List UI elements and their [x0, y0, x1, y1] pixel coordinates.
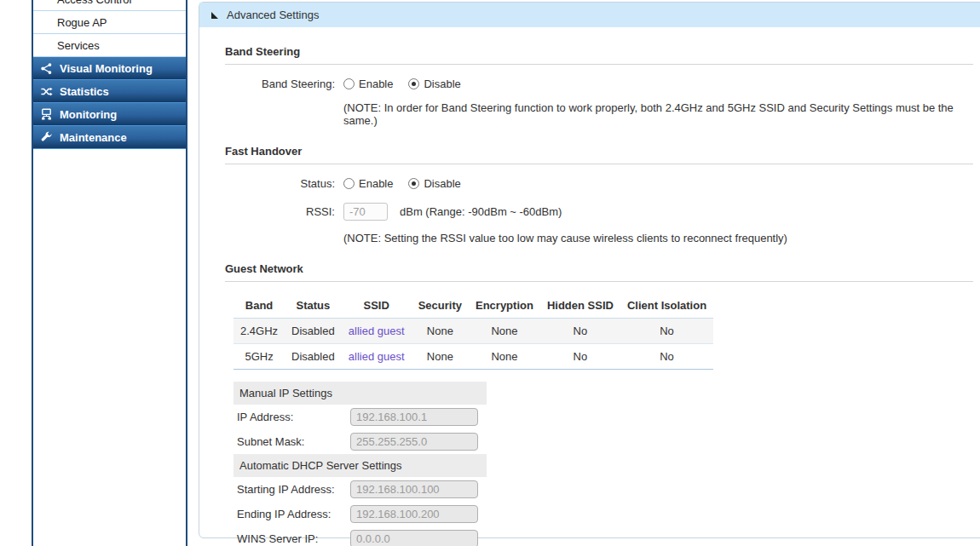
- sidebar-item-label: Services: [57, 39, 100, 52]
- advanced-settings-header[interactable]: Advanced Settings: [199, 3, 980, 27]
- rssi-row: RSSI: dBm (Range: -90dBm ~ -60dBm): [225, 203, 973, 221]
- status-cell: Disabled: [285, 319, 342, 344]
- wins-server-input[interactable]: [350, 530, 478, 546]
- hidden-ssid-cell: No: [540, 319, 620, 344]
- status-label: Status:: [225, 177, 335, 190]
- wins-server-label: WINS Server IP:: [233, 532, 350, 545]
- column-header-hidden-ssid: Hidden SSID: [540, 296, 620, 319]
- encryption-cell: None: [469, 344, 540, 370]
- sidebar-item-rogue-ap[interactable]: Rogue AP: [33, 11, 186, 34]
- ssid-cell: allied guest: [342, 319, 412, 344]
- client-isolation-cell: No: [620, 319, 713, 344]
- sidebar: Access Control Rogue AP Services Visual …: [32, 0, 187, 546]
- radio-checked-icon: [408, 178, 419, 189]
- starting-ip-label: Starting IP Address:: [233, 483, 350, 496]
- radio-checked-icon: [408, 78, 419, 89]
- column-header-security: Security: [412, 296, 469, 319]
- sidebar-item-maintenance[interactable]: Maintenance: [33, 126, 186, 149]
- sidebar-item-label: Visual Monitoring: [60, 62, 153, 75]
- fast-handover-enable-radio[interactable]: Enable: [343, 177, 393, 190]
- guest-ip-settings: Manual IP Settings IP Address: Subnet Ma…: [233, 382, 973, 546]
- subnet-mask-input[interactable]: [350, 433, 478, 451]
- band-cell: 2.4GHz: [233, 319, 285, 344]
- manual-ip-settings-header: Manual IP Settings: [233, 382, 487, 405]
- table-row: 2.4GHz Disabled allied guest None None N…: [233, 319, 713, 344]
- band-steering-row: Band Steering: Enable Disable: [225, 78, 973, 90]
- network-monitor-icon: [39, 107, 53, 121]
- ip-address-input[interactable]: [350, 408, 478, 426]
- status-cell: Disabled: [285, 344, 342, 370]
- section-heading-guest-network: Guest Network: [225, 262, 973, 275]
- ip-address-label: IP Address:: [233, 411, 350, 423]
- subnet-mask-label: Subnet Mask:: [233, 435, 350, 448]
- fast-handover-disable-radio[interactable]: Disable: [408, 177, 460, 190]
- starting-ip-input[interactable]: [350, 480, 478, 498]
- radio-label: Enable: [359, 78, 393, 90]
- column-header-band: Band: [233, 296, 285, 319]
- section-heading-band-steering: Band Steering: [225, 45, 973, 58]
- subnet-mask-row: Subnet Mask:: [233, 429, 973, 454]
- table-row: 5GHz Disabled allied guest None None No …: [233, 344, 713, 370]
- band-steering-note: (NOTE: In order for Band Steering functi…: [343, 101, 973, 127]
- wins-server-row: WINS Server IP:: [233, 526, 973, 546]
- guest-network-table: Band Status SSID Security Encryption Hid…: [233, 296, 713, 370]
- band-steering-label: Band Steering:: [225, 78, 335, 90]
- security-cell: None: [412, 344, 469, 370]
- advanced-settings-panel: Advanced Settings Band Steering Band Ste…: [199, 2, 980, 538]
- radio-label: Disable: [424, 78, 460, 90]
- radio-label: Enable: [359, 177, 393, 190]
- guest-ssid-link[interactable]: allied guest: [349, 325, 405, 337]
- sidebar-item-label: Monitoring: [60, 108, 117, 121]
- band-steering-disable-radio[interactable]: Disable: [408, 78, 460, 90]
- ending-ip-row: Ending IP Address:: [233, 502, 973, 526]
- radio-unchecked-icon: [343, 78, 355, 89]
- ending-ip-label: Ending IP Address:: [233, 508, 350, 520]
- starting-ip-row: Starting IP Address:: [233, 477, 973, 502]
- section-divider: [225, 64, 973, 65]
- sidebar-item-services[interactable]: Services: [33, 34, 186, 57]
- client-isolation-cell: No: [620, 344, 713, 370]
- fast-handover-status-row: Status: Enable Disable: [225, 177, 973, 190]
- column-header-status: Status: [285, 296, 342, 319]
- panel-title: Advanced Settings: [227, 9, 319, 21]
- sidebar-item-monitoring[interactable]: Monitoring: [33, 103, 186, 126]
- column-header-ssid: SSID: [342, 296, 412, 319]
- column-header-encryption: Encryption: [469, 296, 540, 319]
- band-cell: 5GHz: [233, 344, 285, 370]
- share-nodes-icon: [39, 61, 53, 75]
- panel-content: Band Steering Band Steering: Enable Disa…: [199, 45, 980, 546]
- security-cell: None: [412, 319, 469, 344]
- column-header-client-isolation: Client Isolation: [620, 296, 713, 319]
- section-divider: [225, 164, 973, 164]
- ip-address-row: IP Address:: [233, 405, 973, 429]
- ending-ip-input[interactable]: [350, 505, 478, 523]
- table-header-row: Band Status SSID Security Encryption Hid…: [233, 296, 713, 319]
- dhcp-settings-header: Automatic DHCP Server Settings: [233, 454, 487, 477]
- ssid-cell: allied guest: [342, 344, 412, 370]
- sidebar-item-visual-monitoring[interactable]: Visual Monitoring: [33, 57, 186, 80]
- sidebar-item-label: Statistics: [60, 85, 109, 98]
- wrench-icon: [39, 130, 53, 144]
- fast-handover-note: (NOTE: Setting the RSSI value too low ma…: [343, 232, 973, 244]
- band-steering-enable-radio[interactable]: Enable: [343, 78, 393, 90]
- hidden-ssid-cell: No: [540, 344, 620, 370]
- guest-ssid-link[interactable]: allied guest: [349, 350, 405, 363]
- radio-unchecked-icon: [343, 178, 355, 189]
- sidebar-item-access-control[interactable]: Access Control: [33, 0, 186, 11]
- radio-label: Disable: [424, 177, 460, 190]
- sidebar-item-statistics[interactable]: Statistics: [33, 80, 186, 103]
- sidebar-item-label: Rogue AP: [57, 16, 107, 29]
- sidebar-item-label: Maintenance: [60, 131, 127, 144]
- encryption-cell: None: [469, 319, 540, 344]
- rssi-label: RSSI:: [225, 205, 335, 218]
- rssi-input[interactable]: [343, 203, 388, 221]
- collapse-triangle-icon: [211, 12, 218, 19]
- sidebar-item-label: Access Control: [57, 0, 131, 6]
- section-divider: [225, 281, 973, 282]
- section-heading-fast-handover: Fast Handover: [225, 145, 973, 158]
- rssi-range-text: dBm (Range: -90dBm ~ -60dBm): [400, 205, 562, 218]
- shuffle-arrows-icon: [39, 84, 53, 98]
- screen: Access Control Rogue AP Services Visual …: [0, 0, 980, 546]
